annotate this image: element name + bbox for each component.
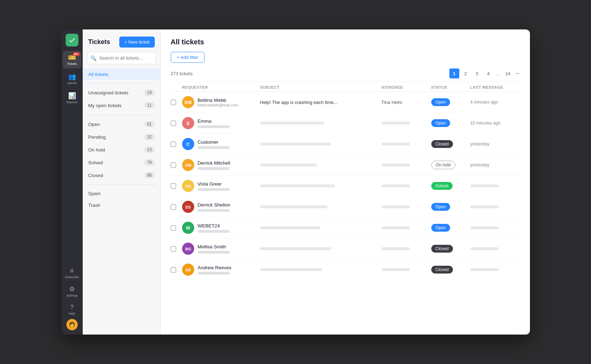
nav-item-reports[interactable]: 📊 Reports — [63, 89, 81, 107]
sidebar-item-solved[interactable]: Solved 79 — [83, 156, 160, 169]
requester-info: Customer — [198, 139, 230, 149]
checkbox-7[interactable] — [171, 225, 176, 231]
page-2-button[interactable]: 2 — [461, 68, 471, 78]
user-avatar[interactable]: 🧑 — [66, 319, 78, 330]
requester-email-placeholder — [198, 251, 230, 254]
status-badge: Closed — [431, 140, 453, 148]
nav-item-help[interactable]: ? Help — [63, 301, 81, 318]
new-ticket-button[interactable]: + New ticket — [119, 37, 154, 48]
status-badge: Closed — [431, 266, 453, 274]
sidebar-item-pending[interactable]: Pending 32 — [83, 131, 160, 143]
assignee-cell — [382, 268, 431, 271]
table-row[interactable]: MS Mellisa Smith Closed — [171, 238, 520, 259]
checkbox-1[interactable] — [171, 100, 176, 105]
search-input[interactable] — [87, 52, 156, 64]
nav-item-tickets[interactable]: 99+ 🎫 Tickets — [63, 51, 81, 68]
subject-placeholder — [260, 184, 335, 187]
svg-text:DM: DM — [185, 163, 191, 167]
main-header: All tickets + Add filter 273 tickets 1 2… — [161, 29, 530, 82]
table-row[interactable]: DS Derrick Shelton Open — [171, 197, 520, 217]
svg-text:E: E — [186, 121, 190, 126]
sidebar: Tickets + New ticket 🔍 All tickets Unass… — [83, 29, 161, 335]
page-4-button[interactable]: 4 — [483, 68, 493, 78]
requester-name: Derrick Mitchell — [198, 160, 230, 166]
agents-icon: 👥 — [68, 73, 76, 81]
requester-info: Andrew Reeves — [198, 265, 231, 275]
last-message-cell — [470, 268, 520, 271]
svg-text:C: C — [186, 142, 190, 147]
assignee-placeholder — [382, 226, 410, 229]
table-header: REQUESTER SUBJECT ASSIGNEE STATUS LAST M… — [171, 82, 520, 92]
table-row[interactable]: E Emma Open 10 minutes ago — [171, 113, 520, 134]
requester-email-placeholder — [198, 209, 230, 212]
table-row[interactable]: DM Derrick Mitchell On hold yesterday — [171, 155, 520, 176]
checkbox-6[interactable] — [171, 204, 176, 210]
table-row[interactable]: VG Viola Greer Solved — [171, 176, 520, 197]
checkbox-4[interactable] — [171, 162, 176, 168]
page-14-button[interactable]: 14 — [503, 68, 513, 78]
requester-cell: W WEBET24 — [182, 222, 260, 234]
unassigned-label: Unassigned tickets — [88, 90, 128, 95]
assignee-cell — [382, 247, 431, 250]
page-1-button[interactable]: 1 — [449, 68, 459, 78]
status-badge: Open — [431, 224, 450, 232]
requester-cell: E Emma — [182, 117, 260, 129]
table-row[interactable]: AR Andrew Reeves Closed — [171, 259, 520, 280]
sidebar-item-onhold[interactable]: On hold 13 — [83, 143, 160, 156]
checkbox-2[interactable] — [171, 121, 176, 126]
status-badge: Open — [431, 203, 450, 211]
page-3-button[interactable]: 3 — [472, 68, 482, 78]
sidebar-item-my-open[interactable]: My open tickets 11 — [83, 99, 160, 112]
nav-item-settings[interactable]: ⚙ Settings — [63, 282, 81, 300]
nav-item-agents[interactable]: 👥 Agents — [63, 70, 81, 88]
requester-cell: DS Derrick Shelton — [182, 201, 260, 213]
requester-info: Viola Greer — [198, 181, 230, 191]
requester-cell: MS Mellisa Smith — [182, 243, 260, 255]
th-last-message: LAST MESSAGE — [470, 85, 520, 89]
th-subject: SUBJECT — [260, 85, 382, 89]
table-row[interactable]: BW Bettina Webb bettinawebb@mail.com Hel… — [171, 92, 520, 113]
status-cell: Open — [431, 203, 470, 211]
table-row[interactable]: W WEBET24 Open — [171, 217, 520, 238]
subject-text: Help! The app is crashing each time... — [260, 100, 382, 105]
checkbox-3[interactable] — [171, 142, 176, 147]
add-filter-button[interactable]: + Add filter — [171, 52, 205, 63]
nav-item-subscribe[interactable]: ≡ Subscribe — [63, 264, 81, 282]
sidebar-item-all-tickets[interactable]: All tickets — [83, 68, 160, 80]
last-message-cell — [470, 226, 520, 229]
table-row[interactable]: C Customer Closed yesterday — [171, 134, 520, 155]
assignee-cell — [382, 143, 431, 145]
sidebar-item-open[interactable]: Open 61 — [83, 118, 160, 131]
checkbox-5[interactable] — [171, 183, 176, 189]
sidebar-item-closed[interactable]: Closed 88 — [83, 169, 160, 182]
sidebar-item-trash[interactable]: Trash — [83, 199, 160, 211]
pending-badge: 32 — [144, 134, 154, 140]
row-checkbox — [171, 204, 182, 210]
onhold-badge: 13 — [144, 147, 154, 153]
th-status: STATUS — [431, 85, 470, 89]
assignee-placeholder — [382, 122, 410, 125]
svg-text:BW: BW — [185, 100, 192, 105]
sidebar-item-unassigned[interactable]: Unassigned tickets 19 — [83, 86, 160, 99]
next-page-button[interactable]: → — [514, 70, 520, 77]
status-cell: Solved — [431, 182, 470, 190]
subject-placeholder — [260, 164, 317, 166]
app-logo — [66, 34, 78, 46]
subject-cell — [260, 226, 382, 229]
avatar: W — [182, 222, 194, 234]
onhold-label: On hold — [88, 147, 105, 153]
sidebar-item-spam[interactable]: Spam — [83, 188, 160, 199]
svg-text:DS: DS — [185, 205, 191, 209]
requester-cell: VG Viola Greer — [182, 180, 260, 192]
assignee-cell: Tina Helm — [382, 100, 431, 105]
requester-name: Bettina Webb — [198, 98, 239, 103]
subject-cell: Help! The app is crashing each time... — [260, 100, 382, 105]
subject-placeholder — [260, 205, 328, 208]
subject-cell — [260, 122, 382, 125]
requester-email-placeholder — [198, 272, 230, 275]
checkbox-8[interactable] — [171, 246, 176, 252]
all-tickets-label: All tickets — [88, 72, 109, 77]
checkbox-9[interactable] — [171, 267, 176, 272]
requester-email: bettinawebb@mail.com — [198, 103, 239, 107]
last-message-cell: 10 minutes ago — [470, 121, 520, 126]
